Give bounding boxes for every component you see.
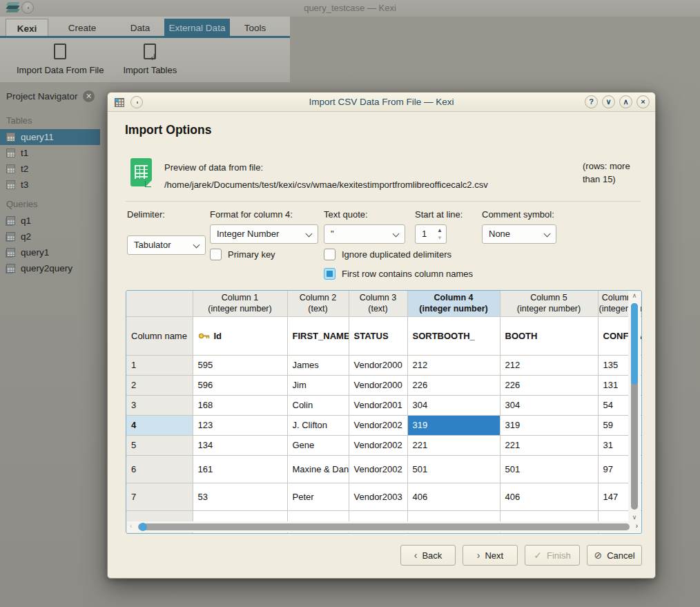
toolbar-import-data-from-file[interactable]: Import Data From File	[7, 40, 113, 81]
row-number[interactable]: 1	[126, 355, 193, 375]
checkbox-checked-icon[interactable]	[324, 268, 336, 280]
project-navigator-header: Project Navigator ✕	[0, 86, 100, 109]
column-header-column-3[interactable]: Column 3(text)	[349, 291, 407, 316]
cell[interactable]: James	[287, 355, 349, 375]
scrollbar-track[interactable]	[138, 523, 630, 530]
row-number[interactable]: 7	[126, 483, 193, 510]
close-button[interactable]: ×	[636, 95, 650, 108]
tab-tools[interactable]: Tools	[230, 19, 280, 38]
column-header-column-2[interactable]: Column 2(text)	[287, 291, 349, 316]
nav-item-query2query[interactable]: query2query	[0, 260, 100, 276]
row-number[interactable]: 4	[126, 415, 193, 435]
cell[interactable]: 595	[193, 355, 287, 375]
cell[interactable]: 226	[407, 375, 500, 395]
scroll-left-icon[interactable]: ‹	[130, 522, 132, 530]
cell[interactable]: 501	[407, 455, 500, 483]
cell[interactable]: 319	[407, 415, 500, 435]
scroll-up-icon[interactable]: ∧	[628, 292, 641, 299]
horizontal-scrollbar[interactable]: ‹ ›	[127, 521, 641, 532]
cell[interactable]: Vendor2002	[349, 455, 407, 483]
nav-item-t3[interactable]: t3	[0, 177, 100, 193]
tab-external-data[interactable]: External Data	[164, 19, 230, 38]
cell[interactable]: Vendor2001	[349, 395, 407, 415]
delimiter-select[interactable]: Tabulator	[127, 235, 206, 255]
nav-item-q2[interactable]: q2	[0, 229, 100, 244]
scroll-right-icon[interactable]: ›	[636, 522, 638, 530]
checkbox-first-row-contains-column-names[interactable]: First row contains column names	[324, 268, 473, 280]
cell[interactable]: 221	[407, 435, 500, 455]
cell[interactable]: 161	[193, 455, 287, 483]
cell[interactable]: 168	[193, 395, 287, 415]
close-icon[interactable]: ✕	[83, 90, 95, 102]
column-title: Column 2	[289, 292, 348, 303]
next-button[interactable]: ›Next	[463, 545, 518, 566]
scroll-down-icon[interactable]: ∨	[628, 514, 641, 521]
checkbox-icon[interactable]	[210, 249, 222, 260]
checkbox-icon[interactable]	[324, 249, 336, 260]
row-number[interactable]: 2	[126, 375, 193, 395]
cell[interactable]: 123	[193, 415, 287, 435]
cell[interactable]: 501	[500, 455, 598, 483]
nav-item-q1[interactable]: q1	[0, 213, 100, 229]
cell[interactable]: Vendor2000	[349, 355, 407, 375]
dialog-titlebar[interactable]: Import CSV Data From File — Kexi ?∨∧×	[108, 93, 655, 112]
field-name-booth[interactable]: BOOTH	[500, 316, 598, 355]
cell[interactable]: 406	[500, 483, 598, 510]
cell[interactable]: Vendor2002	[349, 415, 407, 435]
field-name-first-name[interactable]: FIRST_NAME	[287, 316, 349, 355]
scrollbar-thumb[interactable]	[631, 303, 638, 385]
field-name-status[interactable]: STATUS	[349, 316, 407, 355]
column-header-column-4[interactable]: Column 4(integer number)	[407, 291, 500, 316]
cell[interactable]: Vendor2002	[349, 435, 407, 455]
nav-item-t1[interactable]: t1	[0, 145, 100, 161]
back-button[interactable]: ‹Back	[400, 545, 456, 566]
help-button[interactable]: ?	[585, 95, 598, 108]
cell[interactable]: 319	[500, 415, 598, 435]
dialog-menu-button[interactable]	[130, 96, 143, 108]
cell[interactable]: 304	[500, 395, 598, 415]
text-quote-select[interactable]: "	[324, 224, 405, 244]
tab-create[interactable]: Create	[48, 19, 116, 38]
field-name-id[interactable]: Id	[193, 316, 287, 355]
cell[interactable]: Gene	[287, 435, 349, 455]
cell[interactable]: Colin	[287, 395, 349, 415]
toolbar-import-tables[interactable]: ↲Import Tables	[113, 40, 186, 81]
shade-down-button[interactable]: ∨	[602, 95, 615, 108]
column-header-column-5[interactable]: Column 5(integer number)	[500, 291, 598, 316]
cell[interactable]: 221	[500, 435, 598, 455]
start-at-line-spinner[interactable]: 1 ▲▼	[415, 224, 447, 244]
tab-kexi[interactable]: Kexi	[6, 19, 48, 38]
nav-item-t2[interactable]: t2	[0, 161, 100, 177]
cell[interactable]: 212	[407, 355, 500, 375]
checkbox-primary-key[interactable]: Primary key	[210, 249, 275, 260]
scrollbar-thumb[interactable]	[139, 523, 147, 531]
cell[interactable]: 596	[193, 375, 287, 395]
nav-item-query11[interactable]: query11	[0, 129, 100, 145]
format-select[interactable]: Integer Number	[210, 224, 318, 244]
cell[interactable]: 212	[500, 355, 598, 375]
checkbox-ignore-duplicated-delimiters[interactable]: Ignore duplicated delimiters	[324, 249, 451, 260]
comment-symbol-select[interactable]: None	[482, 224, 556, 244]
nav-item-query1[interactable]: query1	[0, 244, 100, 260]
cell[interactable]: Vendor2000	[349, 375, 407, 395]
shade-up-button[interactable]: ∧	[619, 95, 632, 108]
cell[interactable]: J. Clifton	[287, 415, 349, 435]
cell[interactable]: 226	[500, 375, 598, 395]
cell[interactable]: 53	[193, 483, 287, 510]
cell[interactable]: 134	[193, 435, 287, 455]
cancel-button[interactable]: ⊘Cancel	[587, 545, 642, 566]
cell[interactable]: Jim	[287, 375, 349, 395]
cell[interactable]: Peter	[287, 483, 349, 510]
cell[interactable]: 406	[407, 483, 500, 510]
cell[interactable]: 304	[407, 395, 500, 415]
spinner-arrows-icon[interactable]: ▲▼	[437, 227, 443, 242]
cell[interactable]: Vendor2003	[349, 483, 407, 510]
cell[interactable]: Maxine & Dan	[287, 455, 349, 483]
row-number[interactable]: 5	[126, 435, 193, 455]
row-number[interactable]: 6	[126, 455, 193, 483]
vertical-scrollbar[interactable]: ∧ ∨	[628, 291, 641, 521]
field-name-sortbooth[interactable]: SORTBOOTH_	[407, 316, 500, 355]
row-number[interactable]: 3	[126, 395, 193, 415]
column-header-column-1[interactable]: Column 1(integer number)	[193, 291, 287, 316]
tab-data[interactable]: Data	[116, 19, 164, 38]
